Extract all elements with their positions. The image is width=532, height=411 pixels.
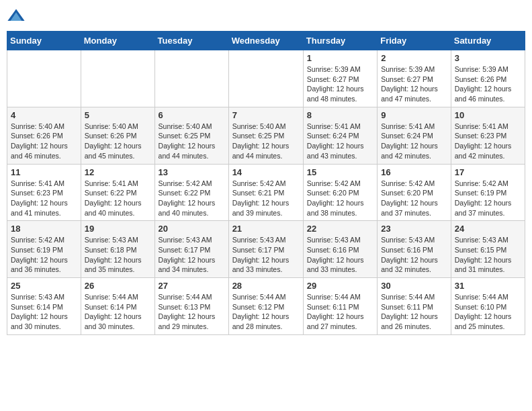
day-number: 22 <box>307 224 373 234</box>
calendar-cell: 4Sunrise: 5:40 AM Sunset: 6:26 PM Daylig… <box>7 107 81 164</box>
day-header-sunday: Sunday <box>7 32 81 50</box>
day-info: Sunrise: 5:40 AM Sunset: 6:26 PM Dayligh… <box>85 122 151 161</box>
day-number: 10 <box>455 110 521 120</box>
day-number: 25 <box>11 281 77 291</box>
day-info: Sunrise: 5:40 AM Sunset: 6:25 PM Dayligh… <box>232 122 300 161</box>
day-info: Sunrise: 5:42 AM Sunset: 6:21 PM Dayligh… <box>232 179 300 218</box>
calendar-cell: 18Sunrise: 5:42 AM Sunset: 6:19 PM Dayli… <box>7 221 81 278</box>
calendar-cell: 28Sunrise: 5:44 AM Sunset: 6:12 PM Dayli… <box>228 278 303 335</box>
calendar-cell: 20Sunrise: 5:43 AM Sunset: 6:17 PM Dayli… <box>154 221 228 278</box>
day-number: 31 <box>455 281 521 291</box>
day-number: 17 <box>455 167 521 177</box>
day-info: Sunrise: 5:44 AM Sunset: 6:11 PM Dayligh… <box>307 292 373 332</box>
calendar-cell: 6Sunrise: 5:40 AM Sunset: 6:25 PM Daylig… <box>154 107 228 164</box>
day-info: Sunrise: 5:44 AM Sunset: 6:10 PM Dayligh… <box>455 292 521 332</box>
calendar-cell <box>154 50 228 107</box>
calendar-cell <box>228 50 303 107</box>
day-info: Sunrise: 5:44 AM Sunset: 6:13 PM Dayligh… <box>159 292 225 332</box>
day-header-wednesday: Wednesday <box>228 32 303 50</box>
day-info: Sunrise: 5:44 AM Sunset: 6:14 PM Dayligh… <box>85 292 151 332</box>
day-number: 9 <box>381 110 447 120</box>
day-info: Sunrise: 5:42 AM Sunset: 6:19 PM Dayligh… <box>455 179 521 218</box>
logo <box>7 7 28 26</box>
day-number: 2 <box>381 53 447 63</box>
calendar-cell: 30Sunrise: 5:44 AM Sunset: 6:11 PM Dayli… <box>378 278 451 335</box>
calendar-cell: 11Sunrise: 5:41 AM Sunset: 6:23 PM Dayli… <box>7 164 81 221</box>
day-info: Sunrise: 5:43 AM Sunset: 6:17 PM Dayligh… <box>159 235 225 275</box>
calendar-week-2: 4Sunrise: 5:40 AM Sunset: 6:26 PM Daylig… <box>7 107 525 164</box>
day-header-tuesday: Tuesday <box>154 32 228 50</box>
day-info: Sunrise: 5:41 AM Sunset: 6:24 PM Dayligh… <box>381 122 447 161</box>
calendar-cell <box>81 50 154 107</box>
calendar-cell: 29Sunrise: 5:44 AM Sunset: 6:11 PM Dayli… <box>303 278 377 335</box>
day-info: Sunrise: 5:44 AM Sunset: 6:12 PM Dayligh… <box>232 292 300 332</box>
header <box>7 7 525 26</box>
calendar-cell <box>7 50 81 107</box>
calendar-cell: 21Sunrise: 5:43 AM Sunset: 6:17 PM Dayli… <box>228 221 303 278</box>
day-number: 23 <box>381 224 447 234</box>
day-number: 27 <box>159 281 225 291</box>
calendar-table: SundayMondayTuesdayWednesdayThursdayFrid… <box>7 31 525 335</box>
day-info: Sunrise: 5:41 AM Sunset: 6:24 PM Dayligh… <box>307 122 373 161</box>
day-header-friday: Friday <box>378 32 451 50</box>
calendar-header: SundayMondayTuesdayWednesdayThursdayFrid… <box>7 32 525 50</box>
calendar-cell: 25Sunrise: 5:43 AM Sunset: 6:14 PM Dayli… <box>7 278 81 335</box>
day-number: 12 <box>85 167 151 177</box>
calendar-cell: 15Sunrise: 5:42 AM Sunset: 6:20 PM Dayli… <box>303 164 377 221</box>
day-info: Sunrise: 5:44 AM Sunset: 6:11 PM Dayligh… <box>381 292 447 332</box>
calendar-week-3: 11Sunrise: 5:41 AM Sunset: 6:23 PM Dayli… <box>7 164 525 221</box>
day-number: 7 <box>232 110 300 120</box>
calendar-cell: 24Sunrise: 5:43 AM Sunset: 6:15 PM Dayli… <box>451 221 525 278</box>
calendar-cell: 16Sunrise: 5:42 AM Sunset: 6:20 PM Dayli… <box>378 164 451 221</box>
day-number: 6 <box>159 110 225 120</box>
day-number: 4 <box>11 110 77 120</box>
day-info: Sunrise: 5:43 AM Sunset: 6:15 PM Dayligh… <box>455 235 521 275</box>
day-info: Sunrise: 5:43 AM Sunset: 6:18 PM Dayligh… <box>85 235 151 275</box>
day-number: 26 <box>85 281 151 291</box>
calendar-cell: 10Sunrise: 5:41 AM Sunset: 6:23 PM Dayli… <box>451 107 525 164</box>
day-info: Sunrise: 5:43 AM Sunset: 6:16 PM Dayligh… <box>381 235 447 275</box>
day-header-saturday: Saturday <box>451 32 525 50</box>
day-info: Sunrise: 5:42 AM Sunset: 6:20 PM Dayligh… <box>307 179 373 218</box>
calendar-cell: 27Sunrise: 5:44 AM Sunset: 6:13 PM Dayli… <box>154 278 228 335</box>
day-number: 5 <box>85 110 151 120</box>
day-number: 3 <box>455 53 521 63</box>
day-number: 18 <box>11 224 77 234</box>
day-info: Sunrise: 5:39 AM Sunset: 6:26 PM Dayligh… <box>455 64 521 104</box>
day-number: 20 <box>159 224 225 234</box>
day-number: 13 <box>159 167 225 177</box>
day-header-thursday: Thursday <box>303 32 377 50</box>
day-info: Sunrise: 5:39 AM Sunset: 6:27 PM Dayligh… <box>307 64 373 104</box>
day-number: 29 <box>307 281 373 291</box>
day-number: 19 <box>85 224 151 234</box>
day-info: Sunrise: 5:42 AM Sunset: 6:22 PM Dayligh… <box>159 179 225 218</box>
day-info: Sunrise: 5:42 AM Sunset: 6:20 PM Dayligh… <box>381 179 447 218</box>
calendar-cell: 7Sunrise: 5:40 AM Sunset: 6:25 PM Daylig… <box>228 107 303 164</box>
day-info: Sunrise: 5:41 AM Sunset: 6:23 PM Dayligh… <box>11 179 77 218</box>
calendar-cell: 9Sunrise: 5:41 AM Sunset: 6:24 PM Daylig… <box>378 107 451 164</box>
calendar-cell: 12Sunrise: 5:41 AM Sunset: 6:22 PM Dayli… <box>81 164 154 221</box>
calendar-body: 1Sunrise: 5:39 AM Sunset: 6:27 PM Daylig… <box>7 50 525 335</box>
day-number: 8 <box>307 110 373 120</box>
day-number: 21 <box>232 224 300 234</box>
day-info: Sunrise: 5:41 AM Sunset: 6:23 PM Dayligh… <box>455 122 521 161</box>
calendar-cell: 26Sunrise: 5:44 AM Sunset: 6:14 PM Dayli… <box>81 278 154 335</box>
days-of-week-row: SundayMondayTuesdayWednesdayThursdayFrid… <box>7 32 525 50</box>
day-number: 28 <box>232 281 300 291</box>
calendar-cell: 5Sunrise: 5:40 AM Sunset: 6:26 PM Daylig… <box>81 107 154 164</box>
day-info: Sunrise: 5:42 AM Sunset: 6:19 PM Dayligh… <box>11 235 77 275</box>
calendar-cell: 2Sunrise: 5:39 AM Sunset: 6:27 PM Daylig… <box>378 50 451 107</box>
calendar-cell: 22Sunrise: 5:43 AM Sunset: 6:16 PM Dayli… <box>303 221 377 278</box>
logo-icon <box>7 7 26 26</box>
day-info: Sunrise: 5:40 AM Sunset: 6:25 PM Dayligh… <box>159 122 225 161</box>
day-number: 15 <box>307 167 373 177</box>
calendar-cell: 23Sunrise: 5:43 AM Sunset: 6:16 PM Dayli… <box>378 221 451 278</box>
calendar-week-4: 18Sunrise: 5:42 AM Sunset: 6:19 PM Dayli… <box>7 221 525 278</box>
calendar-cell: 19Sunrise: 5:43 AM Sunset: 6:18 PM Dayli… <box>81 221 154 278</box>
calendar-cell: 1Sunrise: 5:39 AM Sunset: 6:27 PM Daylig… <box>303 50 377 107</box>
calendar-cell: 14Sunrise: 5:42 AM Sunset: 6:21 PM Dayli… <box>228 164 303 221</box>
calendar-week-1: 1Sunrise: 5:39 AM Sunset: 6:27 PM Daylig… <box>7 50 525 107</box>
day-number: 14 <box>232 167 300 177</box>
day-info: Sunrise: 5:43 AM Sunset: 6:16 PM Dayligh… <box>307 235 373 275</box>
calendar-cell: 31Sunrise: 5:44 AM Sunset: 6:10 PM Dayli… <box>451 278 525 335</box>
